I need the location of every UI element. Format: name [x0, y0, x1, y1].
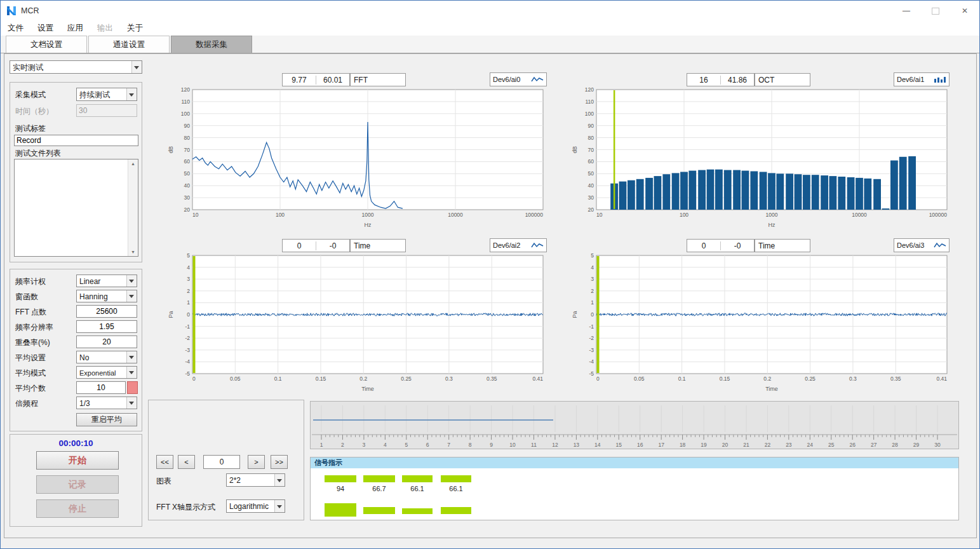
tab-data-acquisition[interactable]: 数据采集: [171, 36, 252, 53]
octave-select[interactable]: 1/3: [76, 396, 137, 409]
chart-layout-select[interactable]: 2*2: [226, 473, 285, 487]
svg-text:10000: 10000: [448, 212, 463, 218]
cursor-y-value: 41.86: [720, 76, 754, 85]
level-value-ch4: 66.1: [441, 485, 471, 492]
fft-chart-panel: 9.77 60.01 FFT Dev6/ai0 2030405060708090…: [148, 69, 549, 233]
record-scrubber[interactable]: 1234567891011121314151617181920212223242…: [310, 401, 959, 449]
window-fn-select[interactable]: Hanning: [76, 290, 137, 302]
test-file-list[interactable]: ▲ ▼: [14, 159, 138, 257]
svg-text:29: 29: [913, 442, 920, 448]
time3-plot[interactable]: -5-4-3-2-101234500.050.10.150.20.250.30.…: [571, 252, 952, 393]
fft-type-label: FFT: [350, 73, 406, 86]
svg-text:0.25: 0.25: [401, 376, 412, 382]
scrubber-ruler[interactable]: 1234567891011121314151617181920212223242…: [311, 402, 958, 449]
bar-chart-icon: [934, 76, 946, 83]
svg-text:12: 12: [552, 442, 558, 448]
time2-cursor-readout: 0 -0: [282, 239, 350, 252]
cursor-y-value: -0: [316, 241, 349, 250]
time3-channel-selector[interactable]: Dev6/ai3: [894, 238, 950, 252]
acq-mode-select[interactable]: 持续测试: [76, 88, 137, 101]
avg-setting-select[interactable]: No: [76, 351, 137, 363]
oct-channel-selector[interactable]: Dev6/ai1: [894, 72, 950, 86]
svg-text:120: 120: [585, 86, 594, 93]
svg-text:90: 90: [588, 123, 594, 129]
svg-text:0.2: 0.2: [763, 376, 771, 382]
level-value-ch1: 94: [325, 485, 356, 492]
time2-plot[interactable]: -5-4-3-2-101234500.050.10.150.20.250.30.…: [167, 252, 548, 393]
test-tag-label: 测试标签: [15, 123, 46, 134]
svg-text:40: 40: [184, 182, 191, 189]
test-tag-input[interactable]: [14, 135, 138, 146]
svg-text:Hz: Hz: [365, 222, 372, 228]
fft-plot[interactable]: 2030405060708090100110120101001000100001…: [167, 86, 548, 229]
time-chart-panel-ai3: 0 -0 Time Dev6/ai3 -5-4-3-2-101234500.05…: [571, 235, 975, 399]
svg-text:Pa: Pa: [572, 311, 578, 318]
menu-output: 输出: [90, 23, 120, 34]
frame-position-box[interactable]: 0: [203, 455, 240, 469]
svg-text:0: 0: [596, 376, 600, 382]
svg-text:24: 24: [807, 442, 814, 448]
oct-plot[interactable]: 2030405060708090100110120101001000100001…: [571, 86, 952, 229]
time-chart-panel-ai2: 0 -0 Time Dev6/ai2 -5-4-3-2-101234500.05…: [148, 235, 549, 399]
svg-text:10: 10: [192, 212, 199, 218]
fft-axis-mode-select[interactable]: Logarithmic: [226, 499, 285, 513]
first-frame-button[interactable]: <<: [156, 455, 173, 469]
overlap-input[interactable]: [76, 336, 137, 348]
scroll-down-icon[interactable]: ▼: [131, 248, 135, 256]
svg-text:-3: -3: [589, 347, 594, 353]
menu-file[interactable]: 文件: [1, 23, 30, 34]
chevron-down-icon: [126, 367, 137, 378]
start-button[interactable]: 开始: [36, 451, 119, 470]
svg-text:11: 11: [531, 442, 537, 448]
chevron-down-icon: [126, 88, 137, 100]
maximize-button[interactable]: [921, 1, 950, 21]
svg-text:70: 70: [588, 147, 594, 153]
acq-mode-label: 采集模式: [15, 90, 46, 100]
freq-weighting-select[interactable]: Linear: [76, 274, 137, 287]
channel-name: Dev6/ai1: [897, 76, 924, 83]
file-list-scrollbar[interactable]: ▲ ▼: [128, 159, 138, 256]
freq-resolution-input[interactable]: [76, 320, 137, 333]
acq-time-input: [76, 104, 137, 117]
test-mode-select[interactable]: 实时测试: [10, 60, 142, 74]
line-chart-icon: [934, 241, 946, 249]
overlap-label: 重叠率(%): [15, 337, 50, 348]
cursor-x-value: 0: [687, 241, 720, 250]
svg-text:80: 80: [184, 135, 191, 141]
avg-count-input[interactable]: [76, 381, 126, 394]
prev-frame-button[interactable]: <: [178, 455, 195, 469]
tab-document-settings[interactable]: 文档设置: [6, 36, 87, 53]
fft-channel-selector[interactable]: Dev6/ai0: [490, 72, 547, 86]
last-frame-button[interactable]: >>: [271, 455, 288, 469]
menu-settings[interactable]: 设置: [30, 23, 60, 34]
cursor-x-value: 9.77: [283, 76, 316, 85]
time2-channel-selector[interactable]: Dev6/ai2: [490, 238, 547, 252]
minimize-button[interactable]: —: [892, 1, 921, 21]
close-button[interactable]: ✕: [950, 1, 979, 21]
svg-text:Time: Time: [361, 386, 374, 392]
channel-name: Dev6/ai3: [897, 241, 924, 249]
svg-text:14: 14: [594, 442, 601, 448]
level-block-ch1: [325, 503, 356, 517]
level-bar2-ch3: [402, 508, 433, 514]
svg-text:0.41: 0.41: [936, 376, 947, 382]
scroll-up-icon[interactable]: ▲: [131, 159, 135, 168]
menu-about[interactable]: 关于: [120, 23, 150, 34]
signal-panel-header: 信号指示: [311, 458, 958, 468]
svg-text:23: 23: [786, 442, 792, 448]
svg-text:-5: -5: [589, 370, 594, 377]
window-fn-label: 窗函数: [15, 292, 38, 302]
restart-average-button[interactable]: 重启平均: [76, 413, 137, 426]
svg-text:40: 40: [588, 182, 594, 189]
window-title: MCR: [21, 6, 39, 15]
svg-text:-5: -5: [185, 370, 190, 377]
avg-mode-select[interactable]: Exponential: [76, 366, 137, 379]
menu-apply[interactable]: 应用: [60, 23, 90, 34]
chevron-down-icon: [131, 61, 142, 73]
channel-name: Dev6/ai0: [493, 76, 520, 83]
svg-text:27: 27: [871, 442, 877, 448]
next-frame-button[interactable]: >: [248, 455, 265, 469]
fft-points-input[interactable]: [76, 305, 137, 318]
svg-text:-4: -4: [185, 358, 190, 365]
tab-channel-settings[interactable]: 通道设置: [88, 36, 170, 53]
